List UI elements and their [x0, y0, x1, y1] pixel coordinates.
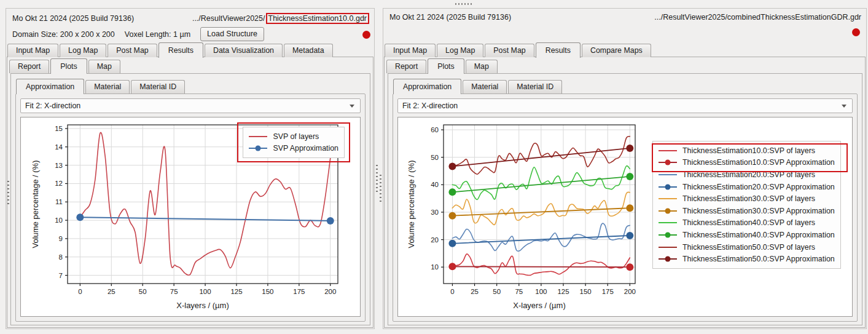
legend-item-svp-approximation: SVP Approximation	[249, 143, 338, 155]
tab-data-visualization[interactable]: Data Visualization	[205, 44, 283, 57]
legend-label: SVP Approximation	[273, 144, 338, 153]
right-main-tabbar: Input MapLog MapPost MapResultsCompare M…	[385, 42, 652, 57]
right-pane-splitter-grip[interactable]	[380, 175, 381, 202]
legend-item-thicknessestimation40-0-svp-of-layers: ThicknessEstimation40.0:SVP of layers	[659, 217, 835, 229]
voxel-length-label: Voxel Length: 1 µm	[125, 30, 190, 39]
tab-map[interactable]: Map	[88, 60, 120, 73]
svg-text:50: 50	[431, 154, 439, 161]
left-build-date: Mo Okt 21 2024 (2025 Build 79136)	[12, 14, 134, 23]
svg-text:175: 175	[602, 288, 614, 295]
legend-marker-dot	[256, 146, 261, 151]
legend-label: ThicknessEstimation20.0:SVP of layers	[682, 170, 815, 179]
left-fit-combobox[interactable]: Fit 2: X-direction	[20, 98, 361, 113]
tab-approximation[interactable]: Approximation	[393, 79, 461, 94]
left-file-name: ThicknessEstimation10.0.gdr	[268, 14, 367, 23]
tab-plots[interactable]: Plots	[50, 58, 87, 74]
left-domain-row: Domain Size: 200 x 200 x 200 Voxel Lengt…	[12, 27, 264, 41]
chevron-down-icon	[842, 105, 846, 108]
right-plots-frame: ApproximationMaterialMaterial ID Fit 2: …	[388, 73, 862, 325]
left-edge-splitter-grip[interactable]	[7, 181, 9, 205]
highlight-box-left-file: ThicknessEstimation10.0.gdr	[266, 13, 370, 24]
tab-post-map[interactable]: Post Map	[485, 44, 534, 57]
legend-label: ThicknessEstimation50.0:SVP of layers	[682, 243, 815, 252]
legend-line-sample	[659, 184, 677, 190]
left-sub-tabbar: ReportPlotsMap	[9, 58, 122, 73]
legend-marker-dot	[665, 256, 671, 262]
series-marker	[626, 263, 633, 271]
series-marker	[448, 188, 456, 196]
tab-input-map[interactable]: Input Map	[385, 44, 436, 57]
svg-text:150: 150	[580, 288, 592, 295]
left-plot-panel: 0255075100125150175200789101112131415X-l…	[20, 117, 361, 317]
legend-marker-dot	[665, 160, 671, 165]
right-chart-svg: 0255075100125150175200102030405060X-laye…	[398, 117, 662, 321]
legend-line	[659, 174, 677, 175]
svg-text:175: 175	[293, 288, 305, 295]
series-marker	[448, 162, 456, 170]
left-approximation-group: Fit 2: X-direction 025507510012515017520…	[15, 93, 366, 322]
tab-compare-maps[interactable]: Compare Maps	[582, 44, 651, 57]
svg-text:75: 75	[515, 288, 523, 295]
right-path-prefix: .../ResultViewer2025/	[654, 13, 727, 22]
left-result-pane: Mo Okt 21 2024 (2025 Build 79136) .../Re…	[6, 8, 375, 329]
tab-log-map[interactable]: Log Map	[437, 44, 483, 57]
tab-map[interactable]: Map	[466, 60, 498, 73]
svg-text:12: 12	[55, 180, 63, 187]
legend-label: SVP of layers	[273, 132, 319, 141]
svg-text:15: 15	[55, 125, 63, 132]
tab-material[interactable]: Material	[85, 80, 130, 93]
legend-item-thicknessestimation10-0-svp-approximation: ThicknessEstimation10.0:SVP Approximatio…	[659, 157, 835, 169]
right-fit-combobox[interactable]: Fit 2: X-direction	[397, 98, 853, 113]
svg-text:10: 10	[55, 217, 63, 224]
right-result-pane: Mo Okt 21 2024 (2025 Build 79136) .../Re…	[383, 8, 867, 329]
tab-results[interactable]: Results	[158, 42, 203, 58]
tab-plots[interactable]: Plots	[428, 58, 464, 74]
tab-report[interactable]: Report	[386, 60, 426, 73]
tab-material-id[interactable]: Material ID	[508, 80, 562, 93]
center-splitter-grip[interactable]	[376, 165, 378, 192]
tab-report[interactable]: Report	[9, 60, 49, 73]
right-status-indicator	[852, 28, 860, 36]
svg-text:50: 50	[493, 288, 501, 295]
legend-line-sample	[659, 159, 677, 165]
y-axis-label: Volume percentage / (%)	[31, 160, 40, 248]
load-structure-button[interactable]: Load Structure	[200, 27, 264, 41]
tab-log-map[interactable]: Log Map	[60, 44, 106, 57]
tab-post-map[interactable]: Post Map	[108, 44, 157, 57]
right-plot-tabbar: ApproximationMaterialMaterial ID	[393, 79, 563, 93]
series-marker	[76, 213, 84, 221]
svg-text:0: 0	[78, 288, 82, 295]
right-plot-panel: 0255075100125150175200102030405060X-laye…	[397, 117, 853, 317]
tab-material[interactable]: Material	[463, 80, 507, 93]
tab-metadata[interactable]: Metadata	[284, 44, 333, 57]
series-marker	[626, 232, 633, 239]
legend-label: ThicknessEstimation20.0:SVP Approximatio…	[682, 183, 835, 191]
right-header-row: Mo Okt 21 2024 (2025 Build 79136) .../Re…	[389, 13, 861, 22]
legend-label: ThicknessEstimation40.0:SVP Approximatio…	[682, 231, 835, 239]
legend-line-sample	[659, 208, 677, 214]
tab-material-id[interactable]: Material ID	[131, 80, 185, 93]
legend-line	[659, 222, 677, 223]
legend-line-sample	[659, 256, 677, 262]
legend-line-sample	[249, 145, 267, 151]
legend-item-thicknessestimation30-0-svp-approximation: ThicknessEstimation30.0:SVP Approximatio…	[659, 205, 835, 217]
legend-item-thicknessestimation40-0-svp-approximation: ThicknessEstimation40.0:SVP Approximatio…	[659, 229, 835, 241]
svg-text:9: 9	[59, 235, 63, 242]
svg-text:200: 200	[324, 288, 336, 295]
chevron-down-icon	[350, 105, 354, 108]
legend-item-thicknessestimation20-0-svp-approximation: ThicknessEstimation20.0:SVP Approximatio…	[659, 181, 835, 193]
tab-approximation[interactable]: Approximation	[16, 79, 84, 94]
axis-ticks: 0255075100125150175200102030405060	[431, 126, 636, 295]
svg-text:200: 200	[624, 288, 636, 295]
svg-text:60: 60	[431, 126, 439, 133]
left-fit-combobox-value: Fit 2: X-direction	[25, 101, 80, 110]
tab-results[interactable]: Results	[536, 42, 581, 58]
right-file-name: combinedThicknessEstimationGDR.gdr	[727, 13, 861, 22]
svg-text:14: 14	[55, 143, 63, 151]
legend-item-thicknessestimation30-0-svp-of-layers: ThicknessEstimation30.0:SVP of layers	[659, 193, 835, 205]
series-marker	[327, 217, 334, 225]
top-splitter-grip[interactable]	[455, 3, 472, 5]
legend-item-svp-of-layers: SVP of layers	[249, 130, 338, 143]
legend-label: ThicknessEstimation50.0:SVP Approximatio…	[682, 255, 835, 263]
tab-input-map[interactable]: Input Map	[7, 44, 58, 57]
